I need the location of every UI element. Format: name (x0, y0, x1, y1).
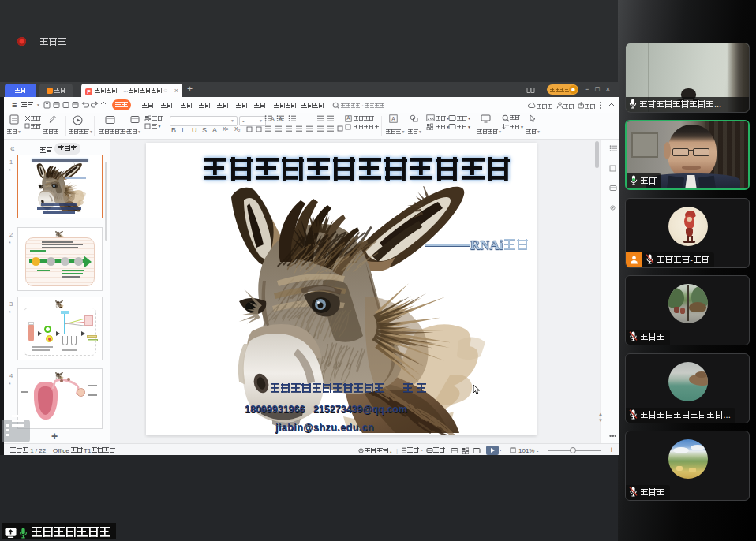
svg-text:A: A (346, 115, 350, 121)
svg-text:A: A (391, 116, 395, 121)
